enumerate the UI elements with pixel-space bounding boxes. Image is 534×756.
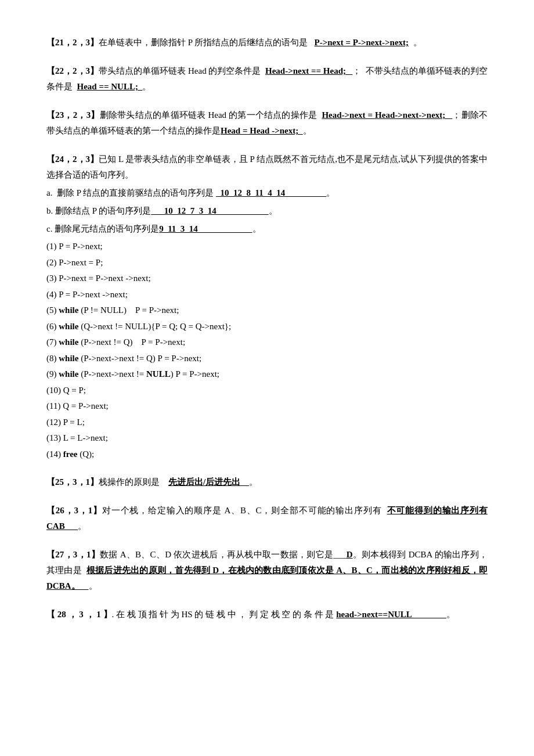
question-28: 【 28 ， 3 ， 1 】. 在 栈 顶 指 针 为 HS 的 链 栈 中 ，… <box>46 607 488 622</box>
q25-answer: 先进后出/后进先出 <box>168 477 249 487</box>
q24-sub-c: c. 删除尾元结点的语句序列是9 11 3 14 。 <box>46 221 488 237</box>
q27-text: 【27，3，1】数据 A、B、C、D 依次进栈后，再从栈中取一数据，则它是___… <box>46 547 488 594</box>
code-line-11: (11) Q = P->next; <box>46 399 488 414</box>
q26-tag: 【26，3，1】 <box>46 506 102 515</box>
q26-text: 【26，3，1】对一个栈，给定输入的顺序是 A、B、C，则全部不可能的输出序列有… <box>46 503 488 534</box>
page-content: 【21，2，3】在单链表中，删除指针 P 所指结点的后继结点的语句是 P->ne… <box>46 35 488 622</box>
q23-tag: 【23，2，3】 <box>46 110 100 120</box>
question-24: 【24，2，3】已知 L 是带表头结点的非空单链表，且 P 结点既然不首元结点,… <box>46 152 488 462</box>
q24-sub-b: b. 删除结点 P 的语句序列是 10 12 7 3 14 。 <box>46 203 488 219</box>
q24-code-block: (1) P = P->next; (2) P->next = P; (3) P-… <box>46 239 488 462</box>
q27-tag: 【27，3，1】 <box>46 550 100 559</box>
q22-tag: 【22，2，3】 <box>46 66 99 75</box>
code-line-12: (12) P = L; <box>46 415 488 430</box>
code-line-4: (4) P = P->next ->next; <box>46 287 488 303</box>
q22-answer2: Head == NULL; <box>77 82 143 91</box>
question-26: 【26，3，1】对一个栈，给定输入的顺序是 A、B、C，则全部不可能的输出序列有… <box>46 503 488 534</box>
q24-tag: 【24，2，3】 <box>46 154 99 164</box>
q25-tag: 【25，3，1】 <box>46 477 99 487</box>
q28-tag: 【 28 ， 3 ， 1 】 <box>46 610 112 619</box>
q21-answer: P->next = P->next->next; <box>315 38 409 47</box>
code-line-7: (7) while (P->next != Q) P = P->next; <box>46 335 488 350</box>
q22-text: 【22，2，3】带头结点的单循环链表 Head 的判空条件是 Head->nex… <box>46 63 488 95</box>
q24-answer-a: 10 12 8 11 4 14 <box>216 188 326 197</box>
q27-answer-inline: D <box>347 550 353 559</box>
q28-text: 【 28 ， 3 ， 1 】. 在 栈 顶 指 针 为 HS 的 链 栈 中 ，… <box>46 607 488 622</box>
code-line-1: (1) P = P->next; <box>46 239 488 254</box>
code-line-14: (14) free (Q); <box>46 447 488 462</box>
q27-answer2: 根据后进先出的原则，首先得到 D，在栈内的数由底到顶依次是 A、B、C，而出栈的… <box>46 566 488 591</box>
code-line-3: (3) P->next = P->next ->next; <box>46 271 488 286</box>
q23-answer2: Head = Head ->next; <box>221 126 303 135</box>
q23-answer1: Head->next = Head->next->next; <box>322 110 452 120</box>
code-line-6: (6) while (Q->next != NULL){P = Q; Q = Q… <box>46 319 488 334</box>
question-21: 【21，2，3】在单链表中，删除指针 P 所指结点的后继结点的语句是 P->ne… <box>46 35 488 51</box>
q21-tag: 【21，2，3】 <box>46 38 99 47</box>
question-27: 【27，3，1】数据 A、B、C、D 依次进栈后，再从栈中取一数据，则它是___… <box>46 547 488 594</box>
code-line-9: (9) while (P->next->next != NULL) P = P-… <box>46 367 488 382</box>
q23-text: 【23，2，3】删除带头结点的单循环链表 Head 的第一个结点的操作是 Hea… <box>46 107 488 139</box>
code-line-2: (2) P->next = P; <box>46 255 488 271</box>
question-22: 【22，2，3】带头结点的单循环链表 Head 的判空条件是 Head->nex… <box>46 63 488 95</box>
code-line-13: (13) L = L->next; <box>46 431 488 446</box>
question-23: 【23，2，3】删除带头结点的单循环链表 Head 的第一个结点的操作是 Hea… <box>46 107 488 139</box>
q24-intro: 【24，2，3】已知 L 是带表头结点的非空单链表，且 P 结点既然不首元结点,… <box>46 152 488 183</box>
q25-text: 【25，3，1】栈操作的原则是 先进后出/后进先出 。 <box>46 474 488 490</box>
q26-answer: 不可能得到的输出序列有 CAB <box>46 506 488 531</box>
code-line-5: (5) while (P != NULL) P = P->next; <box>46 303 488 318</box>
q24-sub-a: a. 删除 P 结点的直接前驱结点的语句序列是 10 12 8 11 4 14 … <box>46 185 488 201</box>
question-25: 【25，3，1】栈操作的原则是 先进后出/后进先出 。 <box>46 474 488 490</box>
code-line-10: (10) Q = P; <box>46 383 488 398</box>
q28-answer: head->next==NULL <box>336 610 446 619</box>
q24-answer-b: 10 12 7 3 14 <box>151 206 269 215</box>
q22-answer1: Head->next == Head; <box>265 66 352 75</box>
q24-answer-c: 9 11 3 14 <box>159 224 252 233</box>
code-line-8: (8) while (P->next->next != Q) P = P->ne… <box>46 351 488 366</box>
q21-text: 【21，2，3】在单链表中，删除指针 P 所指结点的后继结点的语句是 P->ne… <box>46 35 488 51</box>
